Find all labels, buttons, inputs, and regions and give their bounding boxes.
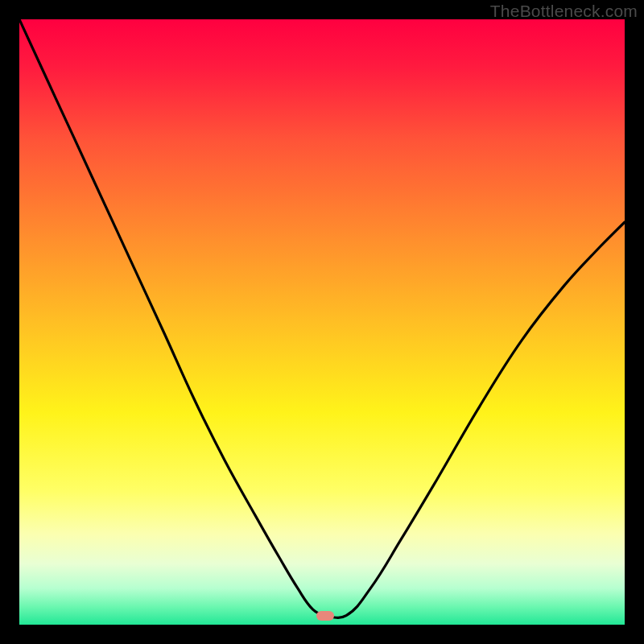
watermark-text: TheBottleneck.com: [490, 2, 638, 21]
plot-area: [19, 19, 625, 625]
chart-frame: TheBottleneck.com: [0, 0, 644, 644]
optimal-marker: [316, 611, 334, 621]
background-gradient: [19, 19, 625, 625]
svg-rect-0: [19, 19, 625, 625]
